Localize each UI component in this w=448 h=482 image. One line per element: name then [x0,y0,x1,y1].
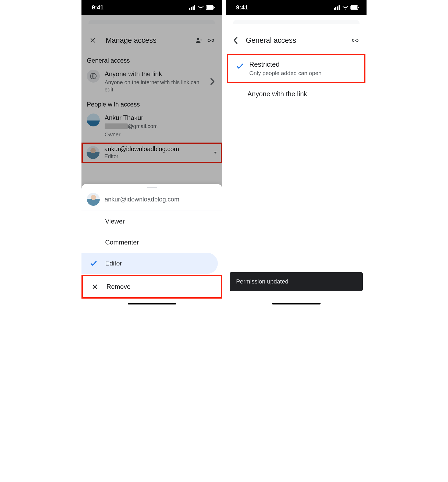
status-right [334,5,359,10]
svg-rect-6 [214,7,215,8]
svg-rect-15 [337,6,338,10]
battery-icon [206,5,215,10]
svg-rect-16 [339,5,340,10]
svg-rect-3 [194,5,195,10]
left-screenshot: 9:41 Manage access [81,0,222,307]
remove-option-highlight: Remove [81,275,222,299]
svg-rect-1 [191,7,192,10]
role-option-commenter[interactable]: Commenter [81,232,222,253]
svg-rect-14 [335,7,336,10]
panel-title: General access [241,36,349,45]
right-screenshot: 9:41 General access [226,0,367,307]
sheet-header: ankur@idownloadblog.com [81,192,222,211]
role-bottom-sheet: ankur@idownloadblog.com Viewer Commenter… [81,184,222,307]
svg-rect-0 [189,8,190,10]
battery-icon [350,5,359,10]
sheet-grabber[interactable] [147,187,157,188]
svg-rect-18 [351,6,357,9]
restricted-option[interactable]: Restricted Only people added can open [228,55,364,82]
home-indicator [272,303,321,304]
restricted-option-highlight: Restricted Only people added can open [227,54,365,83]
avatar [87,193,100,206]
cellular-icon [189,5,196,10]
close-icon [88,283,102,290]
check-icon [234,61,246,70]
status-right [189,5,215,10]
svg-rect-5 [207,6,213,9]
link-icon[interactable] [349,34,361,46]
role-option-remove[interactable]: Remove [83,276,221,297]
sheet-tab-peek [233,20,360,24]
role-option-editor[interactable]: Editor [81,253,218,274]
status-time: 9:41 [92,4,104,11]
restricted-title: Restricted [249,61,322,68]
home-indicator [128,303,176,304]
status-bar: 9:41 [81,0,222,15]
permission-toast: Permission updated [230,272,363,291]
svg-rect-2 [193,6,194,10]
cellular-icon [334,5,340,10]
role-option-viewer[interactable]: Viewer [81,211,222,232]
wifi-icon [342,5,348,10]
status-bar: 9:41 [226,0,367,15]
status-time: 9:41 [236,4,248,11]
anyone-title: Anyone with the link [247,90,307,98]
restricted-sub: Only people added can open [249,70,322,76]
sheet-user-email: ankur@idownloadblog.com [105,196,179,203]
svg-rect-19 [358,7,359,8]
anyone-option[interactable]: Anyone with the link [226,83,367,105]
wifi-icon [198,5,204,10]
check-icon [87,260,100,267]
svg-rect-13 [334,8,335,10]
toast-text: Permission updated [236,278,288,285]
panel-header: General access [226,24,367,54]
back-icon[interactable] [230,34,241,46]
